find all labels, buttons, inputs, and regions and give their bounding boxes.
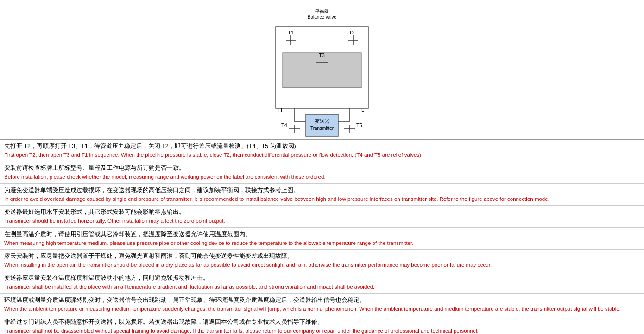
instruction-en-4: When measuring high temperature medium, … [4,239,640,247]
instruction-zh-1: 安装前请检查标牌上所标型号、量程及工作电源与所订购是否一致。 [4,163,640,173]
instruction-zh-8: 非经过专门训练人员不得随意拆开变送器，以免损坏。若变送器出现故障，请返回本公司或… [4,317,640,327]
instruction-block-4: 在测量高温介质时，请使用引压管或其它冷却装置，把温度降至变送器允许使用温度范围内… [0,228,644,250]
instruction-block-5: 露天安装时，应尽量把变送器置于干燥处，避免强光直射和雨淋，否则可能会使变送器性能… [0,250,644,271]
instruction-en-5: When installing in the open air, the tra… [4,261,640,269]
instruction-block-2: 为避免变送器单端受压造成过载损坏，在变送器现场的高低压接口之间，建议加装平衡阀，… [0,184,644,206]
instruction-block-0: 先打开 T2，再顺序打开 T3、T1，待管道压力稳定后，关闭 T2，即可进行差压… [0,140,644,161]
diagram-section: 平衡阀 Balance valve T1 T2 [0,0,644,140]
instruction-zh-6: 变送器应尽量安装在温度梯度和温度波动小的地方，同时避免强振动和冲击。 [4,273,640,283]
t3-label: T3 [319,52,325,58]
balance-valve-zh-label: 平衡阀 [315,9,329,14]
instruction-en-0: First open T2, then open T3 and T1 in se… [4,151,640,159]
main-container: 平衡阀 Balance valve T1 T2 [0,0,644,334]
t1-label: T1 [288,30,294,35]
instruction-block-7: 环境温度或测量介质温度骤然剧变时，变送器信号会出现跳动，属正常现象。待环境温度及… [0,294,644,315]
instruction-block-6: 变送器应尽量安装在温度梯度和温度波动小的地方，同时避免强振动和冲击。 Trans… [0,271,644,293]
instruction-en-6: Transmitter shall be installed at the pl… [4,283,640,291]
instruction-block-8: 非经过专门训练人员不得随意拆开变送器，以免损坏。若变送器出现故障，请返回本公司或… [0,315,644,334]
instruction-zh-3: 变送器最好选用水平安装形式，其它形式安装可能会影响零点输出。 [4,207,640,217]
balance-valve-en-label: Balance valve [308,14,337,19]
text-section: 先打开 T2，再顺序打开 T3、T1，待管道压力稳定后，关闭 T2，即可进行差压… [0,140,644,334]
transmitter-zh: 变送器 [315,118,330,124]
transmitter-en: Transmitter [310,126,334,131]
instruction-zh-2: 为避免变送器单端受压造成过载损坏，在变送器现场的高低压接口之间，建议加装平衡阀，… [4,186,640,195]
transmitter-box [306,114,338,136]
t5-label: T5 [356,122,362,128]
instruction-block-3: 变送器最好选用水平安装形式，其它形式安装可能会影响零点输出。 Transmitt… [0,206,644,227]
t2-label: T2 [349,30,355,35]
instruction-en-2: In order to avoid overload damage caused… [4,195,640,203]
diagram-svg: 平衡阀 Balance valve T1 T2 [248,7,396,142]
instruction-en-8: Transmitter shall not be disassembled wi… [4,327,640,334]
instruction-zh-0: 先打开 T2，再顺序打开 T3、T1，待管道压力稳定后，关闭 T2，即可进行差压… [4,141,640,151]
instruction-en-1: Before installation, please check whethe… [4,173,640,181]
instruction-zh-7: 环境温度或测量介质温度骤然剧变时，变送器信号会出现跳动，属正常现象。待环境温度及… [4,295,640,305]
h-label: H [278,107,282,113]
diagram-svg-wrapper: 平衡阀 Balance valve T1 T2 [0,5,644,142]
instruction-en-7: When the ambient temperature or measurin… [4,305,640,313]
instruction-block-1: 安装前请检查标牌上所标型号、量程及工作电源与所订购是否一致。 Before in… [0,161,644,183]
instruction-zh-5: 露天安装时，应尽量把变送器置于干燥处，避免强光直射和雨淋，否则可能会使变送器性能… [4,251,640,261]
instruction-zh-4: 在测量高温介质时，请使用引压管或其它冷却装置，把温度降至变送器允许使用温度范围内… [4,230,640,239]
instruction-en-3: Transmitter should be installed horizont… [4,217,640,225]
t4-label: T4 [281,122,287,128]
l-label: L [361,107,364,113]
